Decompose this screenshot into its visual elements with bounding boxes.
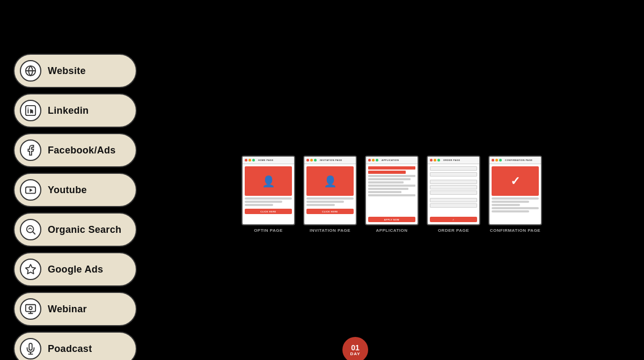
optin-label: OPTIN PAGE: [254, 228, 283, 233]
source-linkedin[interactable]: Linkedin: [13, 93, 137, 128]
source-website-label: Website: [48, 65, 86, 77]
source-youtube[interactable]: Youtube: [13, 173, 137, 207]
source-webinar[interactable]: Webinar: [13, 292, 137, 326]
day-badge: 01 DAY: [342, 337, 368, 360]
svg-point-5: [27, 226, 34, 233]
podcast-icon: [20, 338, 41, 359]
invitation-wireframe: INVITATION PAGE 👤 CLICK HERE: [303, 156, 357, 225]
invitation-label: INVITATION PAGE: [310, 228, 350, 233]
svg-rect-7: [26, 305, 35, 312]
webinar-icon: [20, 298, 41, 320]
page-application: APPLICATION APPLY NOW APP: [365, 156, 419, 233]
globe-icon: [20, 60, 41, 82]
optin-wireframe: HOME PAGE 👤 CLICK HERE: [241, 156, 295, 225]
google-ads-icon: [20, 259, 41, 280]
svg-point-8: [29, 306, 32, 310]
page-order: ORDER PAGE ✓ ORDER PAGE: [427, 156, 480, 233]
source-google-ads-label: Google Ads: [48, 264, 103, 275]
source-podcast-label: Poadcast: [48, 343, 92, 355]
funnel-pages-area: HOME PAGE 👤 CLICK HERE OPTIN PAGE: [241, 156, 542, 233]
youtube-icon: [20, 179, 41, 201]
source-facebook-label: Facebook/Ads: [48, 145, 116, 156]
page-optin: HOME PAGE 👤 CLICK HERE OPTIN PAGE: [241, 156, 295, 233]
source-website[interactable]: Website: [13, 54, 137, 88]
order-label: ORDER PAGE: [438, 228, 469, 233]
order-wireframe: ORDER PAGE ✓: [427, 156, 480, 225]
source-youtube-label: Youtube: [48, 185, 87, 196]
confirmation-label: CONFIRMATION PAGE: [490, 228, 540, 233]
application-wireframe: APPLICATION APPLY NOW: [365, 156, 419, 225]
source-google-ads[interactable]: Google Ads: [13, 252, 137, 286]
svg-marker-6: [26, 265, 35, 274]
application-label: APPLICATION: [376, 228, 407, 233]
facebook-icon: [20, 139, 41, 161]
day-label: DAY: [350, 351, 360, 356]
source-linkedin-label: Linkedin: [48, 105, 89, 116]
source-facebook[interactable]: Facebook/Ads: [13, 133, 137, 167]
linkedin-icon: [20, 100, 41, 121]
organic-search-icon: [20, 219, 41, 240]
source-podcast[interactable]: Poadcast: [13, 332, 137, 360]
page-invitation: INVITATION PAGE 👤 CLICK HERE INVITATION …: [303, 156, 357, 233]
page-confirmation: CONFIRMATION PAGE ✓ CONFIRMATION PAGE: [488, 156, 542, 233]
traffic-sources-panel: Website Linkedin Facebook/Ads Youtube: [13, 54, 137, 360]
source-webinar-label: Webinar: [48, 304, 87, 315]
svg-marker-4: [30, 188, 33, 192]
source-organic-search[interactable]: Organic Search: [13, 212, 137, 247]
source-organic-search-label: Organic Search: [48, 224, 121, 236]
day-number: 01: [351, 344, 360, 351]
confirmation-wireframe: CONFIRMATION PAGE ✓: [488, 156, 542, 225]
